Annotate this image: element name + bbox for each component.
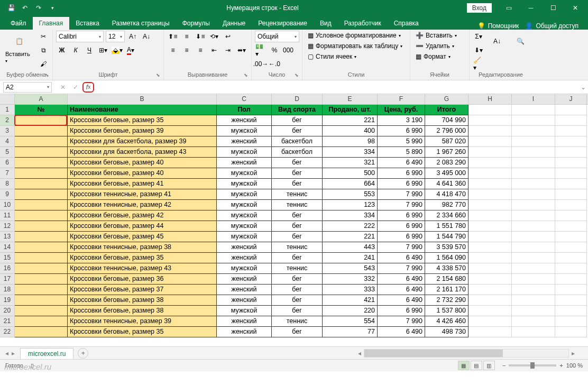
header-cell[interactable]: Продано, шт. (323, 105, 378, 115)
cell[interactable]: 221 (323, 232, 378, 242)
cell[interactable]: 5 890 (378, 147, 425, 158)
font-size-combo[interactable]: 12▾ (106, 31, 125, 42)
cell[interactable]: Кроссовки теннисные, размер 41 (68, 189, 217, 200)
row-header-4[interactable]: 4 (0, 136, 15, 147)
cell[interactable]: Кроссовки беговые, размер 40 (68, 158, 217, 168)
cell[interactable]: Кроссовки беговые, размер 35 (68, 327, 217, 337)
cell[interactable]: женский (217, 253, 272, 263)
cell[interactable] (468, 126, 512, 136)
cell[interactable]: Кроссовки теннисные, размер 43 (68, 263, 217, 274)
cell[interactable] (468, 147, 512, 158)
cell[interactable]: 6 990 (378, 179, 425, 189)
cell[interactable]: Кроссовки беговые, размер 35 (68, 253, 217, 263)
cell[interactable] (555, 274, 587, 285)
cell[interactable] (468, 221, 512, 232)
cell[interactable]: 333 (323, 285, 378, 295)
cell[interactable] (555, 115, 587, 126)
tell-me[interactable]: 💡 Помощник (477, 22, 519, 30)
header-cell[interactable]: № (15, 105, 68, 115)
cell[interactable]: бег (272, 126, 323, 136)
cell[interactable] (15, 147, 68, 158)
row-header-21[interactable]: 21 (0, 316, 15, 327)
italic-button[interactable]: К (70, 44, 81, 56)
cell[interactable] (555, 327, 587, 337)
hscroll-thumb[interactable] (364, 350, 503, 357)
merge-icon[interactable]: ⬌▾ (236, 44, 247, 56)
cell[interactable]: 982 770 (425, 200, 468, 210)
cell[interactable] (15, 242, 68, 253)
cell[interactable]: 6 490 (378, 274, 425, 285)
zoom-out-icon[interactable]: − (502, 362, 506, 369)
horizontal-scrollbar[interactable]: ◂ ▸ (355, 349, 577, 358)
cell[interactable]: Кроссовки теннисные, размер 39 (68, 316, 217, 327)
header-cell[interactable] (468, 105, 512, 115)
cell[interactable]: мужской (217, 147, 272, 158)
cell[interactable]: мужской (217, 263, 272, 274)
cell[interactable]: Кроссовки беговые, размер 42 (68, 210, 217, 221)
cell[interactable] (468, 189, 512, 200)
cell[interactable]: баскетбол (272, 147, 323, 158)
col-header-A[interactable]: A (15, 94, 68, 104)
cell[interactable]: женский (217, 242, 272, 253)
cell[interactable]: 2 796 000 (425, 126, 468, 136)
cell[interactable]: 4 641 360 (425, 179, 468, 189)
cell[interactable] (468, 232, 512, 242)
cell[interactable]: мужской (217, 221, 272, 232)
cell[interactable]: 6 490 (378, 253, 425, 263)
signin-button[interactable]: Вход (467, 3, 492, 13)
cell[interactable]: 500 (323, 168, 378, 179)
cell[interactable]: Кроссовки беговые, размер 40 (68, 168, 217, 179)
cell[interactable]: 321 (323, 158, 378, 168)
cell[interactable]: 222 (323, 221, 378, 232)
row-header-15[interactable]: 15 (0, 253, 15, 263)
insert-cells-button[interactable]: ➕Вставить▾ (414, 31, 459, 40)
cell[interactable]: 123 (323, 200, 378, 210)
cell[interactable] (468, 136, 512, 147)
cell[interactable] (468, 242, 512, 253)
cell[interactable] (555, 306, 587, 316)
cells[interactable]: №НаименованиеПолВид спортаПродано, шт.Це… (15, 105, 588, 346)
cell[interactable]: 2 732 290 (425, 295, 468, 306)
cell[interactable] (15, 136, 68, 147)
cell[interactable] (15, 232, 68, 242)
shrink-font-icon[interactable]: A↓ (141, 31, 152, 42)
align-middle-icon[interactable]: ≡ (181, 31, 192, 42)
cell[interactable]: 1 551 780 (425, 221, 468, 232)
col-header-H[interactable]: H (468, 94, 512, 104)
row-header-9[interactable]: 9 (0, 189, 15, 200)
cell[interactable]: 221 (323, 115, 378, 126)
row-header-10[interactable]: 10 (0, 200, 15, 210)
cell[interactable] (555, 189, 587, 200)
cell[interactable]: женский (217, 327, 272, 337)
row-header-13[interactable]: 13 (0, 232, 15, 242)
name-box[interactable]: A2▾ (3, 82, 52, 93)
font-name-combo[interactable]: Calibri▾ (56, 31, 104, 42)
row-header-11[interactable]: 11 (0, 210, 15, 221)
cell[interactable] (512, 285, 555, 295)
cell[interactable]: 4 338 570 (425, 263, 468, 274)
cell[interactable] (468, 327, 512, 337)
cell[interactable] (512, 306, 555, 316)
cell[interactable]: 498 730 (425, 327, 468, 337)
cell[interactable] (468, 306, 512, 316)
tab-разработчик[interactable]: Разработчик (338, 17, 388, 30)
col-header-D[interactable]: D (272, 94, 323, 104)
cell[interactable] (512, 221, 555, 232)
row-header-17[interactable]: 17 (0, 274, 15, 285)
cell[interactable] (512, 115, 555, 126)
cell[interactable]: Кроссовки беговые, размер 38 (68, 306, 217, 316)
borders-icon[interactable]: ⊞▾ (97, 44, 109, 56)
redo-icon[interactable]: ↷ (33, 2, 44, 14)
cell[interactable] (15, 295, 68, 306)
cell[interactable] (468, 210, 512, 221)
cell[interactable]: 2 334 660 (425, 210, 468, 221)
cell[interactable] (555, 263, 587, 274)
col-header-G[interactable]: G (425, 94, 468, 104)
header-cell[interactable]: Цена, руб. (378, 105, 425, 115)
header-cell[interactable]: Наименование (68, 105, 217, 115)
cell[interactable] (15, 327, 68, 337)
cell[interactable]: 334 (323, 147, 378, 158)
cell[interactable]: 554 (323, 316, 378, 327)
row-header-19[interactable]: 19 (0, 295, 15, 306)
insert-function-icon[interactable]: fx (82, 82, 94, 93)
